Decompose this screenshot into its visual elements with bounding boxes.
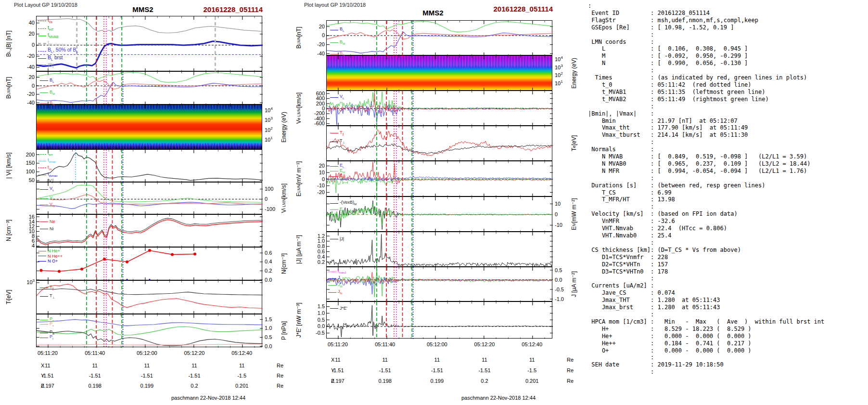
position-value: 0.198: [378, 378, 392, 384]
legend-line-swatch: [40, 80, 48, 81]
info-line: t_0 : 05:11:42 (red dotted line): [588, 81, 824, 89]
j-lmn-chart: 0.50.0-0.5-1.0: [327, 267, 553, 302]
bl-abs-b-legend: tcstHTtMVABtBLminmaxBL, 50% of BLBL brst…: [38, 17, 78, 67]
ti-y-axis-label: Ti [eV]: [5, 281, 13, 314]
time-tick-label: 05:12:40: [522, 341, 542, 347]
legend-item: tcs: [38, 165, 58, 171]
svg-text:0.2: 0.2: [265, 268, 272, 274]
legend-label: BL: [340, 26, 344, 33]
legend-label: BM: [340, 39, 345, 46]
legend-item: tdvmax: [38, 171, 58, 178]
vi-mag-legend: tHTtvmaxtcstdvmax|Vi|: [38, 151, 58, 185]
info-line: :: [588, 368, 824, 376]
legend-item: tcs: [38, 17, 78, 25]
plot-layout-note-mid: Plot layout GP 19/10/2018: [304, 2, 366, 8]
em-vexb-chart: 100-10: [327, 197, 553, 232]
legend-line-swatch: [330, 171, 338, 171]
legend-label: VL: [50, 186, 54, 193]
density-chart: 16141210864: [37, 215, 263, 248]
legend-line-swatch: [38, 175, 46, 175]
legend-label: |J|: [340, 236, 344, 242]
svg-text:200: 200: [26, 152, 35, 157]
legend-line-swatch: [328, 285, 336, 286]
svg-text:20: 20: [319, 163, 325, 169]
bl-abs-b-y-axis-label: BL,|B| [nT]: [5, 16, 13, 71]
j-lmn-legend: tmaxJJLJMJN: [328, 268, 346, 296]
legend-item: VL: [330, 94, 344, 101]
legend-line-swatch: [330, 42, 338, 43]
legend-label: |Vi|: [48, 178, 53, 185]
spacecraft-title-left: MMS2: [120, 5, 166, 13]
legend-line-swatch: [330, 30, 338, 30]
position-value: -1.51: [478, 367, 490, 373]
svg-text:20: 20: [319, 24, 325, 29]
info-line: Normals :: [588, 146, 824, 153]
legend-item: BN: [330, 51, 345, 57]
legend-item: |J|: [330, 236, 344, 242]
position-value: 11: [335, 357, 340, 363]
svg-text:1.0: 1.0: [318, 310, 325, 316]
legend-label: N O+: [48, 259, 58, 264]
svg-text:0.4: 0.4: [265, 259, 272, 264]
svg-text:-40: -40: [317, 51, 325, 56]
position-value: 0.197: [41, 383, 54, 389]
info-line: N MVAB0 : [ 0.965, 0.237, 0.109 ] (L3/L2…: [588, 160, 824, 168]
svg-text:1.0: 1.0: [265, 325, 272, 331]
legend-line-swatch: [38, 65, 46, 65]
info-line: L : [ 0.106, 0.308, 0.945 ]: [588, 45, 824, 52]
legend-line-swatch: [40, 296, 48, 297]
legend-label: N He+: [48, 248, 60, 254]
info-line: t_MVAB1 : 05:11:35 (leftmost green line): [588, 89, 824, 96]
legend-label: EN: [340, 173, 345, 180]
position-row-label: X: [331, 357, 334, 363]
info-line: Jave_CS : 0.074: [588, 289, 824, 297]
info-line: VHT.Nmvab0 : 25.4: [588, 232, 824, 239]
info-line: HPCA mom [1/cm3] : Min - Max ( Ave ) wit…: [588, 318, 824, 326]
svg-text:20: 20: [29, 74, 35, 80]
position-value: 0.198: [88, 383, 102, 389]
position-value: 11: [382, 357, 387, 363]
legend-label: JL: [338, 275, 342, 282]
j-lmn-right-axis-label: J [μA m⁻²]: [570, 267, 578, 301]
position-value: 11: [191, 363, 197, 368]
legend-label: BL: [50, 78, 54, 84]
info-line: Times : (as indicated by red, green line…: [588, 74, 824, 81]
legend-item: J*E': [330, 306, 347, 311]
svg-text:0.5: 0.5: [318, 317, 325, 323]
svg-text:-1.0: -1.0: [555, 296, 564, 302]
legend-item: T⊥: [40, 293, 55, 300]
b-lmn-panel: 200-20-40BLMN [nT]BLBMBN: [36, 71, 262, 105]
svg-text:-20: -20: [27, 53, 35, 59]
time-tick-label: 05:11:20: [328, 341, 348, 347]
info-line: T_CS : 6.99: [588, 189, 824, 196]
legend-label: JM: [338, 282, 343, 289]
legend-item: VN: [40, 202, 54, 209]
legend-line-swatch: [330, 203, 338, 204]
svg-text:103: 103: [26, 278, 35, 285]
legend-line-swatch: [38, 21, 46, 21]
legend-label: EM: [340, 207, 345, 213]
minor-ion-density-right-axis-label: Ni [cm⁻³]: [280, 248, 288, 280]
ion-spectrogram-right-axis-label: Energy (eV): [280, 105, 288, 149]
pressure-panel: 1.51.00.50.0P [nPa]PpPePBPt: [36, 314, 262, 347]
ve-lmn-chart: 6004002000-200-400-600: [327, 91, 553, 126]
j-mag-panel: 1.21.00.80.60.40.2|J| [μA m⁻²]|J|: [326, 232, 552, 267]
info-line: H+ : 8.529 - 18.223 ( 8.529 ): [588, 326, 824, 333]
info-line: T_MFR/HT : 13.98: [588, 196, 824, 203]
spacecraft-title-mid: MMS2: [410, 9, 456, 17]
legend-line-swatch: [40, 103, 48, 104]
legend-line-swatch: [40, 324, 48, 325]
svg-text:102: 102: [555, 71, 563, 78]
legend-label: tMVAB: [48, 32, 59, 40]
svg-text:103: 103: [555, 64, 563, 70]
svg-text:10: 10: [319, 170, 325, 175]
legend-item: tMVAB: [38, 32, 78, 40]
pressure-right-axis-label: P [nPa]: [280, 314, 288, 347]
svg-text:100: 100: [26, 169, 35, 174]
info-line: Jmax_THT : 1.280 at 05:11:43: [588, 297, 824, 304]
legend-line-swatch: [328, 292, 336, 293]
position-value: 11: [434, 357, 440, 363]
legend-line-swatch: [38, 168, 46, 168]
legend-item: BL: [40, 78, 54, 84]
legend-line-swatch: [40, 229, 48, 229]
